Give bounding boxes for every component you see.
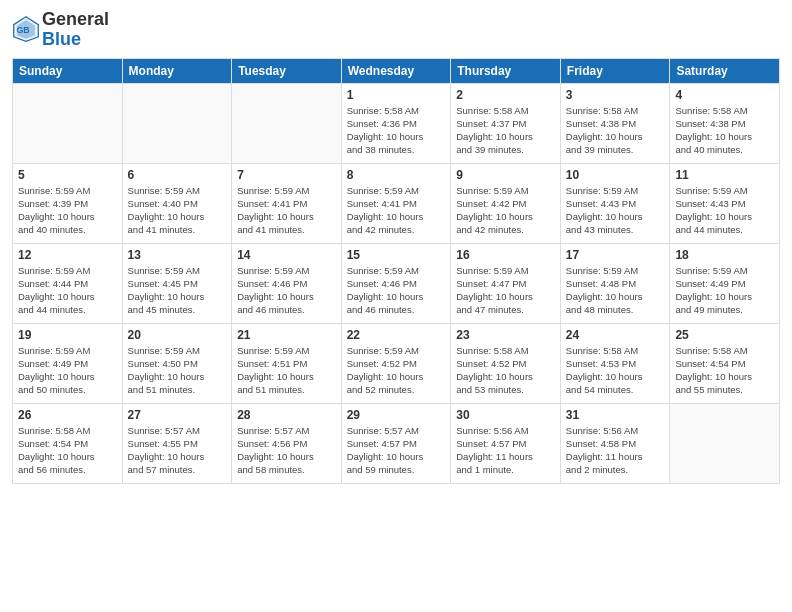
day-info: Sunrise: 5:59 AMSunset: 4:49 PMDaylight:… — [18, 344, 117, 397]
day-header-saturday: Saturday — [670, 58, 780, 83]
day-info: Sunrise: 5:58 AMSunset: 4:38 PMDaylight:… — [675, 104, 774, 157]
day-number: 11 — [675, 168, 774, 182]
calendar-week-3: 12Sunrise: 5:59 AMSunset: 4:44 PMDayligh… — [13, 243, 780, 323]
day-number: 5 — [18, 168, 117, 182]
day-info: Sunrise: 5:56 AMSunset: 4:58 PMDaylight:… — [566, 424, 665, 477]
day-info: Sunrise: 5:58 AMSunset: 4:54 PMDaylight:… — [675, 344, 774, 397]
calendar-cell — [13, 83, 123, 163]
calendar-cell: 22Sunrise: 5:59 AMSunset: 4:52 PMDayligh… — [341, 323, 451, 403]
calendar-cell: 29Sunrise: 5:57 AMSunset: 4:57 PMDayligh… — [341, 403, 451, 483]
day-number: 24 — [566, 328, 665, 342]
calendar-cell: 11Sunrise: 5:59 AMSunset: 4:43 PMDayligh… — [670, 163, 780, 243]
page: GB General Blue SundayMondayTuesdayWedne… — [0, 0, 792, 612]
day-number: 2 — [456, 88, 555, 102]
day-number: 18 — [675, 248, 774, 262]
day-info: Sunrise: 5:59 AMSunset: 4:43 PMDaylight:… — [566, 184, 665, 237]
general-blue-logo-icon: GB — [12, 15, 40, 43]
calendar-week-2: 5Sunrise: 5:59 AMSunset: 4:39 PMDaylight… — [13, 163, 780, 243]
calendar-cell: 9Sunrise: 5:59 AMSunset: 4:42 PMDaylight… — [451, 163, 561, 243]
calendar-cell: 23Sunrise: 5:58 AMSunset: 4:52 PMDayligh… — [451, 323, 561, 403]
day-info: Sunrise: 5:58 AMSunset: 4:53 PMDaylight:… — [566, 344, 665, 397]
day-number: 13 — [128, 248, 227, 262]
day-header-tuesday: Tuesday — [232, 58, 342, 83]
day-number: 16 — [456, 248, 555, 262]
calendar-cell: 5Sunrise: 5:59 AMSunset: 4:39 PMDaylight… — [13, 163, 123, 243]
logo-general: General — [42, 10, 109, 30]
calendar-cell: 26Sunrise: 5:58 AMSunset: 4:54 PMDayligh… — [13, 403, 123, 483]
day-info: Sunrise: 5:59 AMSunset: 4:41 PMDaylight:… — [237, 184, 336, 237]
day-header-thursday: Thursday — [451, 58, 561, 83]
day-number: 15 — [347, 248, 446, 262]
day-number: 30 — [456, 408, 555, 422]
calendar-cell: 1Sunrise: 5:58 AMSunset: 4:36 PMDaylight… — [341, 83, 451, 163]
calendar-cell — [232, 83, 342, 163]
day-header-friday: Friday — [560, 58, 670, 83]
day-info: Sunrise: 5:59 AMSunset: 4:51 PMDaylight:… — [237, 344, 336, 397]
calendar-cell: 18Sunrise: 5:59 AMSunset: 4:49 PMDayligh… — [670, 243, 780, 323]
calendar-cell: 20Sunrise: 5:59 AMSunset: 4:50 PMDayligh… — [122, 323, 232, 403]
day-number: 4 — [675, 88, 774, 102]
day-number: 9 — [456, 168, 555, 182]
day-info: Sunrise: 5:59 AMSunset: 4:42 PMDaylight:… — [456, 184, 555, 237]
day-info: Sunrise: 5:59 AMSunset: 4:44 PMDaylight:… — [18, 264, 117, 317]
day-info: Sunrise: 5:59 AMSunset: 4:41 PMDaylight:… — [347, 184, 446, 237]
calendar-cell: 25Sunrise: 5:58 AMSunset: 4:54 PMDayligh… — [670, 323, 780, 403]
svg-text:GB: GB — [16, 24, 29, 34]
calendar-week-5: 26Sunrise: 5:58 AMSunset: 4:54 PMDayligh… — [13, 403, 780, 483]
calendar-cell: 21Sunrise: 5:59 AMSunset: 4:51 PMDayligh… — [232, 323, 342, 403]
day-header-sunday: Sunday — [13, 58, 123, 83]
day-info: Sunrise: 5:57 AMSunset: 4:57 PMDaylight:… — [347, 424, 446, 477]
day-info: Sunrise: 5:57 AMSunset: 4:56 PMDaylight:… — [237, 424, 336, 477]
day-number: 17 — [566, 248, 665, 262]
day-number: 7 — [237, 168, 336, 182]
day-info: Sunrise: 5:59 AMSunset: 4:52 PMDaylight:… — [347, 344, 446, 397]
day-info: Sunrise: 5:59 AMSunset: 4:43 PMDaylight:… — [675, 184, 774, 237]
day-info: Sunrise: 5:59 AMSunset: 4:46 PMDaylight:… — [237, 264, 336, 317]
day-number: 23 — [456, 328, 555, 342]
header: GB General Blue — [12, 10, 780, 50]
day-number: 27 — [128, 408, 227, 422]
calendar-cell: 10Sunrise: 5:59 AMSunset: 4:43 PMDayligh… — [560, 163, 670, 243]
day-number: 1 — [347, 88, 446, 102]
calendar-cell: 4Sunrise: 5:58 AMSunset: 4:38 PMDaylight… — [670, 83, 780, 163]
day-info: Sunrise: 5:58 AMSunset: 4:36 PMDaylight:… — [347, 104, 446, 157]
calendar-cell: 14Sunrise: 5:59 AMSunset: 4:46 PMDayligh… — [232, 243, 342, 323]
day-info: Sunrise: 5:58 AMSunset: 4:52 PMDaylight:… — [456, 344, 555, 397]
calendar-cell: 24Sunrise: 5:58 AMSunset: 4:53 PMDayligh… — [560, 323, 670, 403]
logo-blue: Blue — [42, 30, 109, 50]
day-number: 10 — [566, 168, 665, 182]
day-number: 22 — [347, 328, 446, 342]
calendar-cell — [122, 83, 232, 163]
day-info: Sunrise: 5:58 AMSunset: 4:37 PMDaylight:… — [456, 104, 555, 157]
day-info: Sunrise: 5:57 AMSunset: 4:55 PMDaylight:… — [128, 424, 227, 477]
calendar-cell: 2Sunrise: 5:58 AMSunset: 4:37 PMDaylight… — [451, 83, 561, 163]
logo: GB General Blue — [12, 10, 109, 50]
calendar-week-1: 1Sunrise: 5:58 AMSunset: 4:36 PMDaylight… — [13, 83, 780, 163]
day-info: Sunrise: 5:59 AMSunset: 4:40 PMDaylight:… — [128, 184, 227, 237]
day-info: Sunrise: 5:59 AMSunset: 4:48 PMDaylight:… — [566, 264, 665, 317]
day-header-wednesday: Wednesday — [341, 58, 451, 83]
day-number: 26 — [18, 408, 117, 422]
day-info: Sunrise: 5:59 AMSunset: 4:45 PMDaylight:… — [128, 264, 227, 317]
day-info: Sunrise: 5:58 AMSunset: 4:38 PMDaylight:… — [566, 104, 665, 157]
calendar-cell: 30Sunrise: 5:56 AMSunset: 4:57 PMDayligh… — [451, 403, 561, 483]
day-info: Sunrise: 5:59 AMSunset: 4:46 PMDaylight:… — [347, 264, 446, 317]
day-info: Sunrise: 5:59 AMSunset: 4:49 PMDaylight:… — [675, 264, 774, 317]
calendar-cell: 31Sunrise: 5:56 AMSunset: 4:58 PMDayligh… — [560, 403, 670, 483]
day-info: Sunrise: 5:59 AMSunset: 4:50 PMDaylight:… — [128, 344, 227, 397]
calendar-cell: 13Sunrise: 5:59 AMSunset: 4:45 PMDayligh… — [122, 243, 232, 323]
day-info: Sunrise: 5:59 AMSunset: 4:47 PMDaylight:… — [456, 264, 555, 317]
day-info: Sunrise: 5:58 AMSunset: 4:54 PMDaylight:… — [18, 424, 117, 477]
calendar-cell: 28Sunrise: 5:57 AMSunset: 4:56 PMDayligh… — [232, 403, 342, 483]
day-number: 19 — [18, 328, 117, 342]
day-number: 3 — [566, 88, 665, 102]
day-info: Sunrise: 5:59 AMSunset: 4:39 PMDaylight:… — [18, 184, 117, 237]
calendar-cell: 12Sunrise: 5:59 AMSunset: 4:44 PMDayligh… — [13, 243, 123, 323]
day-header-monday: Monday — [122, 58, 232, 83]
calendar-cell: 27Sunrise: 5:57 AMSunset: 4:55 PMDayligh… — [122, 403, 232, 483]
calendar-cell: 8Sunrise: 5:59 AMSunset: 4:41 PMDaylight… — [341, 163, 451, 243]
calendar-cell: 16Sunrise: 5:59 AMSunset: 4:47 PMDayligh… — [451, 243, 561, 323]
day-number: 12 — [18, 248, 117, 262]
calendar-cell: 6Sunrise: 5:59 AMSunset: 4:40 PMDaylight… — [122, 163, 232, 243]
calendar-cell: 17Sunrise: 5:59 AMSunset: 4:48 PMDayligh… — [560, 243, 670, 323]
